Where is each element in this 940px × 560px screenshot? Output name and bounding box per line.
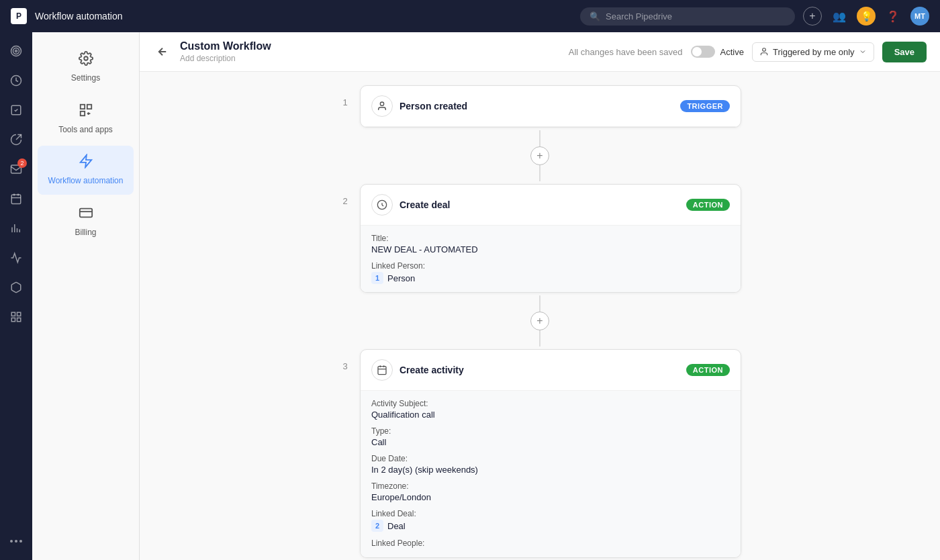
step-number-2: 2 [338, 196, 352, 206]
sidebar-item-workflow[interactable]: Workflow automation [38, 146, 134, 195]
billing-label: Billing [75, 228, 96, 238]
triggered-by-dropdown[interactable]: Triggered by me only [752, 42, 874, 62]
svg-rect-18 [79, 208, 91, 217]
step-row-2: 2 Create deal ACTION Title: [338, 184, 741, 293]
step-name-1: Person created [399, 101, 467, 111]
billing-icon [79, 205, 93, 224]
mail-badge: 2 [17, 158, 27, 168]
svg-rect-16 [87, 104, 91, 108]
sidebar-item-products[interactable] [3, 274, 30, 301]
detail-value-due-date: In 2 day(s) (skip weekends) [371, 465, 730, 475]
connector-line-bottom-2 [539, 330, 540, 346]
content-area: Custom Workflow Add description All chan… [140, 32, 940, 560]
step-row-3: 3 Create activity ACTION Activity Subjec… [338, 349, 741, 558]
detail-row-timezone: Timezone: Europe/London [371, 481, 730, 502]
sidebar-item-calendar[interactable] [3, 185, 30, 212]
svg-point-11 [10, 540, 13, 543]
settings-icon [79, 51, 93, 69]
sidebar-item-campaigns[interactable] [3, 126, 30, 153]
sidebar-item-deals[interactable] [3, 67, 30, 94]
save-button[interactable]: Save [882, 42, 927, 62]
workflow-description[interactable]: Add description [180, 54, 561, 63]
detail-value-linked-person: 1 Person [371, 272, 730, 284]
add-step-button-2[interactable]: + [530, 312, 549, 330]
svg-point-13 [19, 540, 22, 543]
detail-value-title: NEW DEAL - AUTOMATED [371, 244, 730, 254]
svg-rect-7 [11, 312, 15, 316]
avatar[interactable]: MT [910, 7, 929, 26]
sidebar-item-marketplace[interactable] [3, 304, 30, 330]
deal-tag: 2 [371, 520, 383, 532]
add-button[interactable]: + [803, 7, 822, 26]
svg-rect-6 [11, 195, 21, 204]
svg-rect-15 [80, 104, 84, 108]
sidebar-item-settings[interactable]: Settings [38, 43, 134, 92]
sidebar-item-tasks[interactable] [3, 97, 30, 124]
detail-label-linked-deal: Linked Deal: [371, 509, 730, 518]
ideas-icon[interactable]: 💡 [857, 7, 876, 26]
sidebar-item-mail[interactable]: 2 [3, 156, 30, 183]
step-details-2: Title: NEW DEAL - AUTOMATED Linked Perso… [361, 226, 741, 292]
tools-icon [79, 103, 93, 121]
step-card-header-1: Person created TRIGGER [361, 86, 741, 127]
step-card-1[interactable]: Person created TRIGGER [360, 85, 741, 128]
sidebar-item-tools[interactable]: Tools and apps [38, 95, 134, 144]
detail-row-type: Type: Call [371, 426, 730, 447]
detail-row-linked-deal: Linked Deal: 2 Deal [371, 509, 730, 532]
active-label: Active [720, 47, 744, 57]
detail-row-title: Title: NEW DEAL - AUTOMATED [371, 234, 730, 254]
detail-label-due-date: Due Date: [371, 454, 730, 463]
step-icon-1 [371, 95, 393, 117]
active-toggle[interactable] [691, 46, 715, 58]
step-number-1: 1 [338, 97, 352, 107]
sidebar-item-target[interactable] [3, 38, 30, 64]
svg-point-20 [380, 102, 383, 105]
add-step-button-1[interactable]: + [530, 146, 549, 165]
detail-label-title: Title: [371, 234, 730, 243]
topbar-actions: 👥 💡 ❓ MT [830, 7, 929, 26]
svg-point-12 [15, 540, 17, 543]
search-input[interactable] [606, 11, 786, 21]
detail-value-type: Call [371, 437, 730, 447]
step-badge-2: ACTION [686, 199, 730, 211]
detail-label-activity-subject: Activity Subject: [371, 399, 730, 408]
saved-status: All changes have been saved [569, 47, 683, 57]
search-bar[interactable]: 🔍 [580, 7, 795, 26]
svg-rect-22 [378, 367, 386, 375]
connector-line-bottom-1 [539, 165, 540, 181]
help-icon[interactable]: ❓ [884, 7, 902, 26]
svg-rect-17 [80, 111, 84, 115]
step-icon-3 [371, 359, 393, 381]
detail-row-linked-person: Linked Person: 1 Person [371, 261, 730, 284]
workflow-icon [79, 154, 93, 172]
triggered-by-label: Triggered by me only [773, 47, 855, 57]
step-details-3: Activity Subject: Qualification call Typ… [361, 391, 741, 557]
workflow-header-right: All changes have been saved Active Trigg… [569, 42, 927, 62]
sidebar-item-billing[interactable]: Billing [38, 197, 134, 246]
svg-rect-10 [17, 318, 21, 322]
left-nav: Settings Tools and apps Workflow automat… [32, 32, 140, 560]
sidebar-item-more[interactable] [3, 528, 30, 555]
step-row-1: 1 Person created TRIGGER [338, 85, 741, 128]
active-toggle-wrap: Active [691, 46, 744, 58]
sidebar-item-reports[interactable] [3, 215, 30, 242]
settings-label: Settings [71, 73, 100, 84]
back-button[interactable] [153, 42, 172, 61]
step-badge-3: ACTION [686, 364, 730, 376]
step-name-2: Create deal [399, 199, 450, 210]
step-card-3[interactable]: Create activity ACTION Activity Subject:… [360, 349, 741, 558]
detail-row-activity-subject: Activity Subject: Qualification call [371, 399, 730, 420]
svg-point-14 [84, 56, 88, 60]
detail-value-linked-deal: 2 Deal [371, 520, 730, 532]
sidebar-item-charts[interactable] [3, 244, 30, 271]
people-icon[interactable]: 👥 [830, 7, 849, 26]
step-card-2[interactable]: Create deal ACTION Title: NEW DEAL - AUT… [360, 184, 741, 293]
svg-point-2 [15, 50, 17, 52]
app-logo: P [11, 8, 27, 24]
tools-label: Tools and apps [58, 125, 113, 136]
person-tag: 1 [371, 272, 383, 284]
step-badge-1: TRIGGER [680, 100, 730, 112]
step-card-header-2: Create deal ACTION [361, 185, 741, 226]
detail-value-timezone: Europe/London [371, 492, 730, 502]
step-name-3: Create activity [399, 365, 464, 375]
